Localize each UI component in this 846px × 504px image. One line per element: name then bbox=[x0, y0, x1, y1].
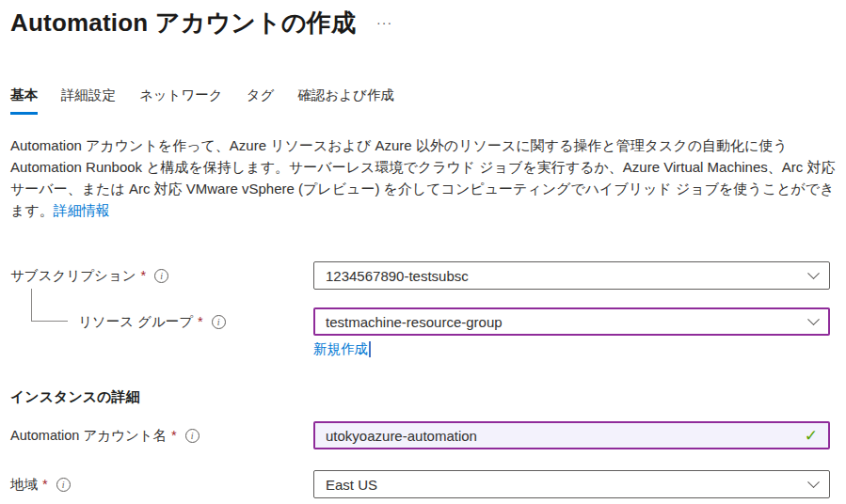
required-asterisk: * bbox=[198, 314, 203, 329]
learn-more-link[interactable]: 詳細情報 bbox=[54, 202, 110, 218]
tab-networking[interactable]: ネットワーク bbox=[139, 87, 223, 115]
resource-group-row: リソース グループ * i testmachine-resource-group… bbox=[10, 307, 835, 358]
page-title: Automation アカウントの作成 bbox=[10, 8, 356, 38]
blade-description: Automation アカウントを作って、Azure リソースおよび Azure… bbox=[10, 134, 837, 221]
tree-connector-line bbox=[31, 289, 68, 322]
info-icon[interactable]: i bbox=[185, 429, 200, 443]
subscription-label-group: サブスクリプション * i bbox=[10, 261, 313, 290]
region-value: East US bbox=[326, 477, 377, 493]
tab-review-create[interactable]: 確認および作成 bbox=[297, 87, 394, 115]
valid-check-icon: ✓ bbox=[805, 428, 818, 444]
required-asterisk: * bbox=[141, 268, 147, 283]
subscription-label: サブスクリプション bbox=[10, 267, 136, 285]
required-asterisk: * bbox=[171, 428, 177, 443]
account-name-row: Automation アカウント名 * i utokyoazure-automa… bbox=[10, 421, 835, 449]
account-name-label: Automation アカウント名 bbox=[10, 427, 167, 445]
account-name-label-group: Automation アカウント名 * i bbox=[10, 421, 313, 449]
subscription-row: サブスクリプション * i 1234567890-testsubsc bbox=[10, 261, 835, 290]
info-icon[interactable]: i bbox=[212, 315, 226, 329]
create-new-link[interactable]: 新規作成 bbox=[313, 340, 368, 358]
subscription-dropdown[interactable]: 1234567890-testsubsc bbox=[313, 261, 830, 290]
create-automation-account-blade: Automation アカウントの作成 ··· 基本 詳細設定 ネットワーク タ… bbox=[0, 0, 846, 504]
account-name-value: utokyoazure-automation bbox=[326, 428, 477, 444]
subscription-value: 1234567890-testsubsc bbox=[326, 268, 469, 284]
resource-group-label: リソース グループ bbox=[78, 313, 193, 331]
resource-group-value: testmachine-resource-group bbox=[326, 314, 503, 330]
more-options-icon[interactable]: ··· bbox=[376, 15, 392, 30]
tab-basics[interactable]: 基本 bbox=[10, 87, 38, 115]
account-name-control: utokyoazure-automation ✓ bbox=[313, 421, 830, 449]
region-dropdown[interactable]: East US bbox=[313, 470, 830, 498]
tab-advanced[interactable]: 詳細設定 bbox=[61, 87, 116, 115]
wizard-tabs: 基本 詳細設定 ネットワーク タグ 確認および作成 bbox=[10, 87, 835, 115]
region-control: East US bbox=[313, 470, 830, 498]
tab-tags[interactable]: タグ bbox=[247, 87, 275, 115]
info-icon[interactable]: i bbox=[56, 478, 71, 492]
chevron-down-icon bbox=[807, 267, 820, 279]
region-label: 地域 bbox=[10, 476, 38, 494]
region-row: 地域 * i East US bbox=[10, 470, 835, 498]
text-caret bbox=[369, 341, 371, 357]
required-asterisk: * bbox=[42, 477, 48, 492]
region-label-group: 地域 * i bbox=[10, 470, 313, 498]
create-new-row: 新規作成 bbox=[313, 340, 830, 358]
description-text: Automation アカウントを作って、Azure リソースおよび Azure… bbox=[10, 137, 835, 218]
account-name-input[interactable]: utokyoazure-automation ✓ bbox=[313, 421, 830, 449]
basics-form: サブスクリプション * i 1234567890-testsubsc リソース … bbox=[10, 261, 835, 498]
chevron-down-icon bbox=[807, 313, 820, 325]
subscription-control: 1234567890-testsubsc bbox=[313, 261, 830, 290]
resource-group-control: testmachine-resource-group 新規作成 bbox=[313, 307, 830, 358]
instance-details-heading: インスタンスの詳細 bbox=[10, 388, 835, 406]
blade-header: Automation アカウントの作成 ··· bbox=[10, 8, 835, 38]
chevron-down-icon bbox=[807, 476, 820, 488]
info-icon[interactable]: i bbox=[154, 269, 168, 283]
resource-group-dropdown[interactable]: testmachine-resource-group bbox=[313, 307, 830, 336]
